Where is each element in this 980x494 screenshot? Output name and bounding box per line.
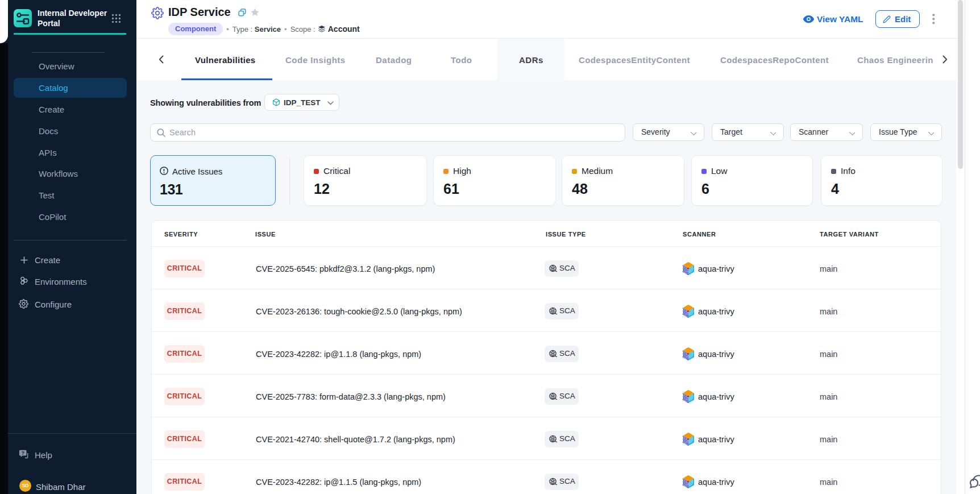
svg-text:?: ? — [21, 450, 24, 456]
